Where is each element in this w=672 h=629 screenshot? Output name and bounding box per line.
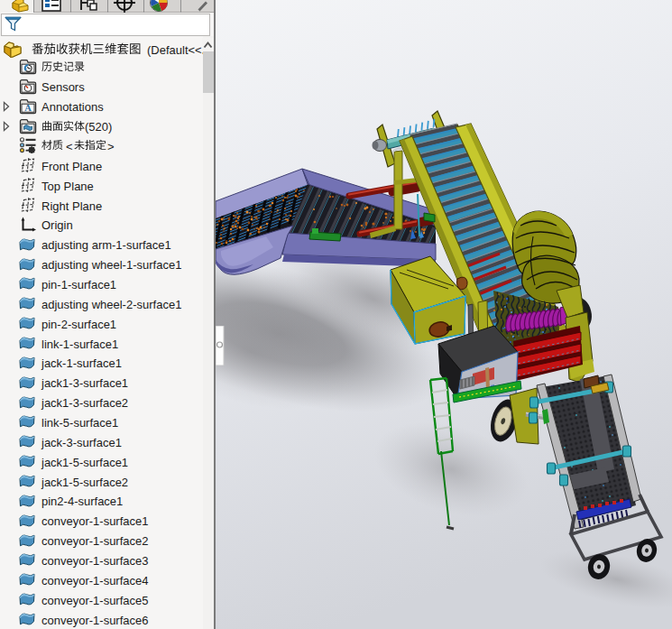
svg-text:A: A — [24, 103, 32, 113]
